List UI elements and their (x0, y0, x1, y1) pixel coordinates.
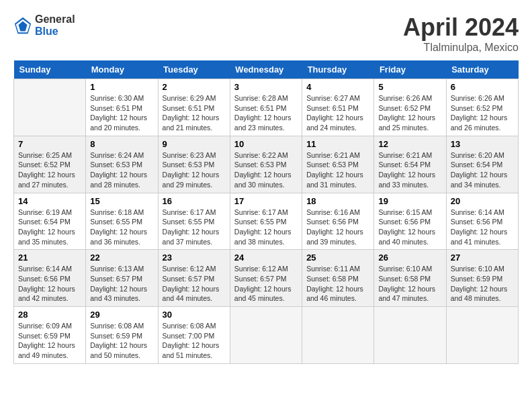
day-info: Sunrise: 6:08 AM Sunset: 7:00 PM Dayligh… (163, 321, 226, 361)
calendar: SundayMondayTuesdayWednesdayThursdayFrid… (13, 60, 519, 364)
calendar-cell: 25Sunrise: 6:11 AM Sunset: 6:58 PM Dayli… (302, 250, 374, 307)
day-info: Sunrise: 6:28 AM Sunset: 6:51 PM Dayligh… (234, 93, 298, 133)
day-info: Sunrise: 6:16 AM Sunset: 6:56 PM Dayligh… (306, 208, 369, 247)
calendar-cell (14, 79, 86, 136)
day-info: Sunrise: 6:26 AM Sunset: 6:52 PM Dayligh… (451, 93, 514, 133)
day-number: 8 (90, 139, 153, 149)
day-info: Sunrise: 6:24 AM Sunset: 6:53 PM Dayligh… (90, 150, 153, 190)
calendar-cell: 18Sunrise: 6:16 AM Sunset: 6:56 PM Dayli… (302, 193, 374, 250)
day-info: Sunrise: 6:17 AM Sunset: 6:55 PM Dayligh… (163, 208, 226, 247)
day-number: 21 (18, 253, 81, 263)
calendar-cell: 8Sunrise: 6:24 AM Sunset: 6:53 PM Daylig… (86, 136, 158, 193)
day-number: 29 (90, 310, 153, 320)
day-number: 16 (163, 196, 226, 206)
day-info: Sunrise: 6:18 AM Sunset: 6:55 PM Dayligh… (90, 208, 153, 247)
day-info: Sunrise: 6:17 AM Sunset: 6:55 PM Dayligh… (234, 208, 298, 247)
day-number: 14 (18, 196, 81, 206)
day-info: Sunrise: 6:21 AM Sunset: 6:54 PM Dayligh… (378, 150, 441, 190)
day-header: Friday (374, 60, 446, 79)
calendar-cell: 21Sunrise: 6:14 AM Sunset: 6:56 PM Dayli… (14, 250, 86, 307)
day-info: Sunrise: 6:27 AM Sunset: 6:51 PM Dayligh… (306, 93, 369, 133)
day-number: 5 (378, 82, 441, 92)
day-info: Sunrise: 6:10 AM Sunset: 6:58 PM Dayligh… (378, 264, 441, 304)
calendar-cell: 1Sunrise: 6:30 AM Sunset: 6:51 PM Daylig… (86, 79, 158, 136)
logo-blue: Blue (35, 26, 75, 38)
calendar-cell (230, 307, 302, 364)
calendar-cell (374, 307, 446, 364)
calendar-header-row: SundayMondayTuesdayWednesdayThursdayFrid… (14, 60, 519, 79)
logo: General Blue (13, 13, 75, 37)
calendar-week-row: 7Sunrise: 6:25 AM Sunset: 6:52 PM Daylig… (14, 136, 519, 193)
day-info: Sunrise: 6:12 AM Sunset: 6:57 PM Dayligh… (163, 264, 226, 304)
logo-general: General (35, 13, 75, 26)
calendar-cell: 23Sunrise: 6:12 AM Sunset: 6:57 PM Dayli… (158, 250, 230, 307)
calendar-cell: 13Sunrise: 6:20 AM Sunset: 6:54 PM Dayli… (446, 136, 518, 193)
calendar-cell: 2Sunrise: 6:29 AM Sunset: 6:51 PM Daylig… (158, 79, 230, 136)
logo-icon (13, 16, 32, 35)
month-title: April 2024 (403, 13, 519, 42)
day-info: Sunrise: 6:23 AM Sunset: 6:53 PM Dayligh… (163, 150, 226, 190)
day-number: 13 (451, 139, 514, 149)
calendar-cell: 4Sunrise: 6:27 AM Sunset: 6:51 PM Daylig… (302, 79, 374, 136)
day-number: 27 (451, 253, 514, 263)
day-info: Sunrise: 6:10 AM Sunset: 6:59 PM Dayligh… (451, 264, 514, 304)
calendar-cell: 6Sunrise: 6:26 AM Sunset: 6:52 PM Daylig… (446, 79, 518, 136)
day-number: 9 (163, 139, 226, 149)
day-header: Thursday (302, 60, 374, 79)
calendar-cell: 29Sunrise: 6:08 AM Sunset: 6:59 PM Dayli… (86, 307, 158, 364)
day-info: Sunrise: 6:29 AM Sunset: 6:51 PM Dayligh… (163, 93, 226, 133)
day-info: Sunrise: 6:11 AM Sunset: 6:58 PM Dayligh… (306, 264, 369, 304)
day-info: Sunrise: 6:14 AM Sunset: 6:56 PM Dayligh… (451, 208, 514, 247)
day-number: 10 (234, 139, 298, 149)
day-number: 22 (90, 253, 153, 263)
page-header: General Blue April 2024 Tlalminulpa, Mex… (13, 13, 519, 54)
calendar-cell: 22Sunrise: 6:13 AM Sunset: 6:57 PM Dayli… (86, 250, 158, 307)
day-info: Sunrise: 6:30 AM Sunset: 6:51 PM Dayligh… (90, 93, 153, 133)
day-number: 23 (163, 253, 226, 263)
calendar-cell: 3Sunrise: 6:28 AM Sunset: 6:51 PM Daylig… (230, 79, 302, 136)
day-number: 20 (451, 196, 514, 206)
day-info: Sunrise: 6:19 AM Sunset: 6:54 PM Dayligh… (18, 208, 81, 247)
day-number: 12 (378, 139, 441, 149)
day-info: Sunrise: 6:21 AM Sunset: 6:53 PM Dayligh… (306, 150, 369, 190)
day-number: 2 (163, 82, 226, 92)
calendar-cell: 11Sunrise: 6:21 AM Sunset: 6:53 PM Dayli… (302, 136, 374, 193)
day-number: 1 (90, 82, 153, 92)
title-section: April 2024 Tlalminulpa, Mexico (403, 13, 519, 54)
day-info: Sunrise: 6:25 AM Sunset: 6:52 PM Dayligh… (18, 150, 81, 190)
calendar-week-row: 1Sunrise: 6:30 AM Sunset: 6:51 PM Daylig… (14, 79, 519, 136)
calendar-cell: 16Sunrise: 6:17 AM Sunset: 6:55 PM Dayli… (158, 193, 230, 250)
calendar-cell: 7Sunrise: 6:25 AM Sunset: 6:52 PM Daylig… (14, 136, 86, 193)
day-info: Sunrise: 6:09 AM Sunset: 6:59 PM Dayligh… (18, 321, 81, 361)
day-header: Wednesday (230, 60, 302, 79)
calendar-cell: 30Sunrise: 6:08 AM Sunset: 7:00 PM Dayli… (158, 307, 230, 364)
day-number: 25 (306, 253, 369, 263)
day-info: Sunrise: 6:22 AM Sunset: 6:53 PM Dayligh… (234, 150, 298, 190)
day-number: 18 (306, 196, 369, 206)
calendar-cell: 9Sunrise: 6:23 AM Sunset: 6:53 PM Daylig… (158, 136, 230, 193)
calendar-week-row: 21Sunrise: 6:14 AM Sunset: 6:56 PM Dayli… (14, 250, 519, 307)
day-info: Sunrise: 6:08 AM Sunset: 6:59 PM Dayligh… (90, 321, 153, 361)
day-info: Sunrise: 6:20 AM Sunset: 6:54 PM Dayligh… (451, 150, 514, 190)
day-number: 26 (378, 253, 441, 263)
calendar-week-row: 14Sunrise: 6:19 AM Sunset: 6:54 PM Dayli… (14, 193, 519, 250)
day-header: Saturday (446, 60, 518, 79)
calendar-cell: 14Sunrise: 6:19 AM Sunset: 6:54 PM Dayli… (14, 193, 86, 250)
calendar-cell: 26Sunrise: 6:10 AM Sunset: 6:58 PM Dayli… (374, 250, 446, 307)
calendar-cell: 12Sunrise: 6:21 AM Sunset: 6:54 PM Dayli… (374, 136, 446, 193)
calendar-cell: 24Sunrise: 6:12 AM Sunset: 6:57 PM Dayli… (230, 250, 302, 307)
calendar-cell (302, 307, 374, 364)
day-number: 3 (234, 82, 298, 92)
day-number: 4 (306, 82, 369, 92)
calendar-cell: 17Sunrise: 6:17 AM Sunset: 6:55 PM Dayli… (230, 193, 302, 250)
day-info: Sunrise: 6:14 AM Sunset: 6:56 PM Dayligh… (18, 264, 81, 304)
calendar-cell: 19Sunrise: 6:15 AM Sunset: 6:56 PM Dayli… (374, 193, 446, 250)
day-number: 15 (90, 196, 153, 206)
calendar-cell: 10Sunrise: 6:22 AM Sunset: 6:53 PM Dayli… (230, 136, 302, 193)
day-number: 19 (378, 196, 441, 206)
day-info: Sunrise: 6:12 AM Sunset: 6:57 PM Dayligh… (234, 264, 298, 304)
calendar-cell: 5Sunrise: 6:26 AM Sunset: 6:52 PM Daylig… (374, 79, 446, 136)
logo-text: General Blue (35, 13, 75, 37)
day-info: Sunrise: 6:26 AM Sunset: 6:52 PM Dayligh… (378, 93, 441, 133)
day-number: 7 (18, 139, 81, 149)
